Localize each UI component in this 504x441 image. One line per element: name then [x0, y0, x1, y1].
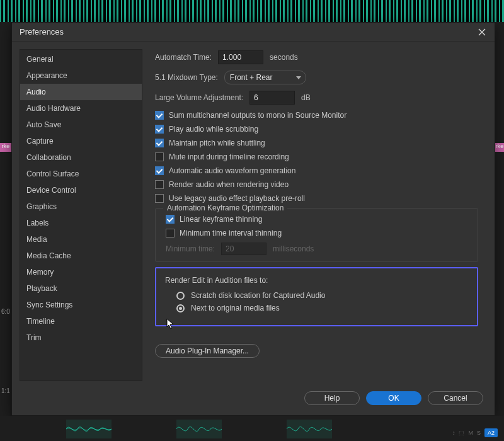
- sidebar-item-sync-settings[interactable]: Sync Settings: [20, 297, 142, 313]
- sidebar-item-appearance[interactable]: Appearance: [20, 67, 142, 84]
- mixdown-type-select[interactable]: Front + Rear: [224, 71, 306, 84]
- sidebar-item-general[interactable]: General: [20, 51, 142, 67]
- sidebar-item-control-surface[interactable]: Control Surface: [20, 166, 142, 182]
- scratch-disk-radio[interactable]: [176, 292, 185, 300]
- time-label: 1:1: [1, 387, 10, 394]
- marker-right: rke: [495, 143, 504, 152]
- checkbox-5[interactable]: [155, 180, 164, 189]
- checkbox-row: Sum multichannel outputs to mono in Sour…: [155, 111, 478, 120]
- mouse-cursor-icon: [166, 318, 176, 331]
- sidebar-item-graphics[interactable]: Graphics: [20, 198, 142, 215]
- cancel-button[interactable]: Cancel: [428, 391, 483, 405]
- linear-keyframe-checkbox[interactable]: [166, 215, 175, 224]
- preferences-category-list[interactable]: GeneralAppearanceAudioAudio HardwareAuto…: [20, 49, 142, 381]
- marker-left: rke: [0, 143, 11, 152]
- automatch-time-input[interactable]: [218, 50, 263, 64]
- render-audition-legend: Render Edit in Audition files to:: [165, 276, 468, 285]
- sidebar-item-timeline[interactable]: Timeline: [20, 313, 142, 329]
- audio-plugin-manager-button[interactable]: Audio Plug-In Manager...: [155, 344, 260, 358]
- sidebar-item-auto-save[interactable]: Auto Save: [20, 117, 142, 133]
- checkbox-1[interactable]: [155, 125, 164, 134]
- min-time-interval-label: Minimum time interval thinning: [180, 229, 282, 238]
- track-solo-label[interactable]: S: [477, 430, 481, 436]
- checkbox-row: Play audio while scrubbing: [155, 125, 478, 134]
- checkbox-label: Maintain pitch while shuttling: [169, 139, 265, 147]
- audio-clip-thumbnail: [66, 420, 112, 438]
- next-to-original-radio[interactable]: [176, 304, 185, 312]
- next-to-original-label: Next to original media files: [191, 304, 280, 312]
- timeline-gutter-right: rke: [495, 22, 504, 441]
- dialog-title: Preferences: [20, 27, 64, 37]
- minimum-time-row: Minimum time: milliseconds: [166, 243, 470, 255]
- sidebar-item-audio-hardware[interactable]: Audio Hardware: [20, 100, 142, 117]
- sidebar-item-capture[interactable]: Capture: [20, 133, 142, 149]
- checkbox-label: Sum multichannel outputs to mono in Sour…: [169, 111, 346, 120]
- sidebar-item-trim[interactable]: Trim: [20, 329, 142, 346]
- track-a2-badge[interactable]: A2: [484, 428, 498, 437]
- audio-clip-thumbnail: [176, 420, 222, 438]
- ok-button[interactable]: OK: [366, 391, 421, 405]
- scratch-disk-label: Scratch disk location for Captured Audio: [191, 291, 325, 300]
- large-volume-label: Large Volume Adjustment:: [155, 93, 243, 102]
- checkbox-3[interactable]: [155, 152, 164, 161]
- close-icon: [478, 28, 486, 36]
- dialog-button-bar: Help OK Cancel: [12, 385, 495, 415]
- timeline-bottom-strip: ↕ ⬚ M S A2: [0, 416, 504, 441]
- sidebar-item-labels[interactable]: Labels: [20, 215, 142, 231]
- checkbox-6[interactable]: [155, 194, 164, 203]
- sidebar-item-memory[interactable]: Memory: [20, 264, 142, 280]
- timeline-gutter-left: rke 6:0 1:1: [0, 22, 11, 441]
- sidebar-item-device-control[interactable]: Device Control: [20, 182, 142, 198]
- track-targeting-controls: ↕ ⬚ M S A2: [452, 428, 498, 437]
- track-control-icon[interactable]: ↕: [452, 430, 455, 436]
- large-volume-unit: dB: [301, 93, 311, 102]
- sidebar-item-playback[interactable]: Playback: [20, 280, 142, 297]
- checkbox-row: Use legacy audio effect playback pre-rol…: [155, 194, 478, 203]
- linear-keyframe-label: Linear keyframe thinning: [180, 215, 262, 224]
- sidebar-item-media[interactable]: Media: [20, 231, 142, 248]
- track-mute-label[interactable]: M: [468, 430, 473, 436]
- help-button[interactable]: Help: [304, 391, 360, 405]
- checkbox-row: Maintain pitch while shuttling: [155, 139, 478, 147]
- audio-clip-thumbnail: [287, 420, 332, 438]
- automation-keyframe-legend: Automation Keyframe Optimization: [163, 203, 287, 212]
- close-button[interactable]: [477, 27, 487, 37]
- checkbox-row: Mute input during timeline recording: [155, 152, 478, 161]
- minimum-time-unit: milliseconds: [273, 244, 314, 253]
- track-control-icon[interactable]: ⬚: [459, 430, 464, 436]
- large-volume-input[interactable]: [249, 91, 295, 105]
- mixdown-type-label: 5.1 Mixdown Type:: [155, 73, 218, 82]
- automatch-time-row: Automatch Time: seconds: [155, 50, 478, 64]
- sidebar-item-collaboration[interactable]: Collaboration: [20, 149, 142, 166]
- checkbox-2[interactable]: [155, 139, 164, 147]
- minimum-time-input: [221, 243, 266, 255]
- preferences-panel-audio: Automatch Time: seconds 5.1 Mixdown Type…: [154, 49, 490, 381]
- sidebar-item-audio[interactable]: Audio: [20, 84, 142, 100]
- checkbox-label: Mute input during timeline recording: [169, 152, 289, 161]
- min-time-interval-checkbox[interactable]: [166, 229, 175, 238]
- checkbox-4[interactable]: [155, 166, 164, 175]
- checkbox-0[interactable]: [155, 111, 164, 120]
- automatch-time-unit: seconds: [270, 53, 298, 62]
- automation-keyframe-group: Automation Keyframe Optimization Linear …: [155, 208, 478, 262]
- time-label: 6:0: [1, 308, 10, 315]
- checkbox-label: Render audio when rendering video: [169, 180, 289, 189]
- sidebar-item-media-cache[interactable]: Media Cache: [20, 248, 142, 264]
- mixdown-type-row: 5.1 Mixdown Type: Front + Rear: [155, 71, 478, 84]
- checkbox-label: Automatic audio waveform generation: [169, 166, 295, 175]
- preferences-dialog: Preferences GeneralAppearanceAudioAudio …: [11, 22, 495, 416]
- large-volume-row: Large Volume Adjustment: dB: [155, 91, 478, 105]
- dialog-titlebar: Preferences: [12, 23, 495, 42]
- checkbox-row: Render audio when rendering video: [155, 180, 478, 189]
- checkbox-row: Automatic audio waveform generation: [155, 166, 478, 175]
- render-audition-group: Render Edit in Audition files to: Scratc…: [155, 267, 478, 326]
- checkbox-label: Play audio while scrubbing: [169, 125, 258, 134]
- checkbox-label: Use legacy audio effect playback pre-rol…: [169, 194, 305, 203]
- automatch-time-label: Automatch Time:: [155, 53, 212, 62]
- app-background-waveform: [0, 0, 504, 22]
- minimum-time-label: Minimum time:: [166, 244, 215, 253]
